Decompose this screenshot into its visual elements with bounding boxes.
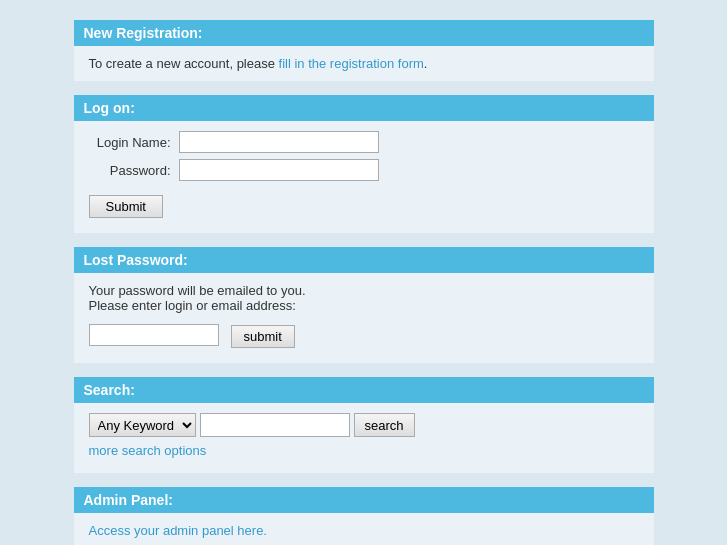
gap2: [74, 233, 654, 247]
password-row: Password:: [89, 159, 639, 181]
search-header-text: Search:: [84, 382, 135, 398]
search-text-input[interactable]: [200, 413, 350, 437]
password-label: Password:: [89, 163, 179, 178]
more-search-options-link[interactable]: more search options: [89, 443, 207, 458]
admin-panel-header-text: Admin Panel:: [84, 492, 173, 508]
lost-password-header: Lost Password:: [74, 247, 654, 273]
search-input-row: Any Keyword search: [89, 413, 639, 437]
lost-password-header-text: Lost Password:: [84, 252, 188, 268]
registration-header-text: New Registration:: [84, 25, 203, 41]
gap1: [74, 81, 654, 95]
registration-text-before: To create a new account, please: [89, 56, 279, 71]
logon-header-text: Log on:: [84, 100, 135, 116]
logon-header: Log on:: [74, 95, 654, 121]
registration-body: To create a new account, please fill in …: [74, 46, 654, 81]
search-keyword-select[interactable]: Any Keyword: [89, 413, 196, 437]
lost-pwd-input-row: submit: [89, 321, 639, 348]
logon-body: Login Name: Password: Submit: [74, 121, 654, 233]
login-name-label: Login Name:: [89, 135, 179, 150]
gap4: [74, 473, 654, 487]
login-name-row: Login Name:: [89, 131, 639, 153]
gap3: [74, 363, 654, 377]
search-body: Any Keyword search more search options: [74, 403, 654, 473]
main-container: New Registration: To create a new accoun…: [74, 20, 654, 545]
admin-panel-link[interactable]: Access your admin panel here.: [89, 523, 267, 538]
search-header: Search:: [74, 377, 654, 403]
lost-pwd-line2: Please enter login or email address:: [89, 298, 639, 313]
admin-panel-header: Admin Panel:: [74, 487, 654, 513]
admin-panel-body: Access your admin panel here.: [74, 513, 654, 545]
lost-pwd-input[interactable]: [89, 324, 219, 346]
registration-header: New Registration:: [74, 20, 654, 46]
password-input[interactable]: [179, 159, 379, 181]
lost-pwd-submit-button[interactable]: submit: [231, 325, 295, 348]
logon-submit-button[interactable]: Submit: [89, 195, 163, 218]
search-button[interactable]: search: [354, 413, 415, 437]
lost-password-body: Your password will be emailed to you. Pl…: [74, 273, 654, 363]
login-name-input[interactable]: [179, 131, 379, 153]
lost-pwd-line1: Your password will be emailed to you.: [89, 283, 639, 298]
registration-text-after: .: [424, 56, 428, 71]
registration-link[interactable]: fill in the registration form: [279, 56, 424, 71]
